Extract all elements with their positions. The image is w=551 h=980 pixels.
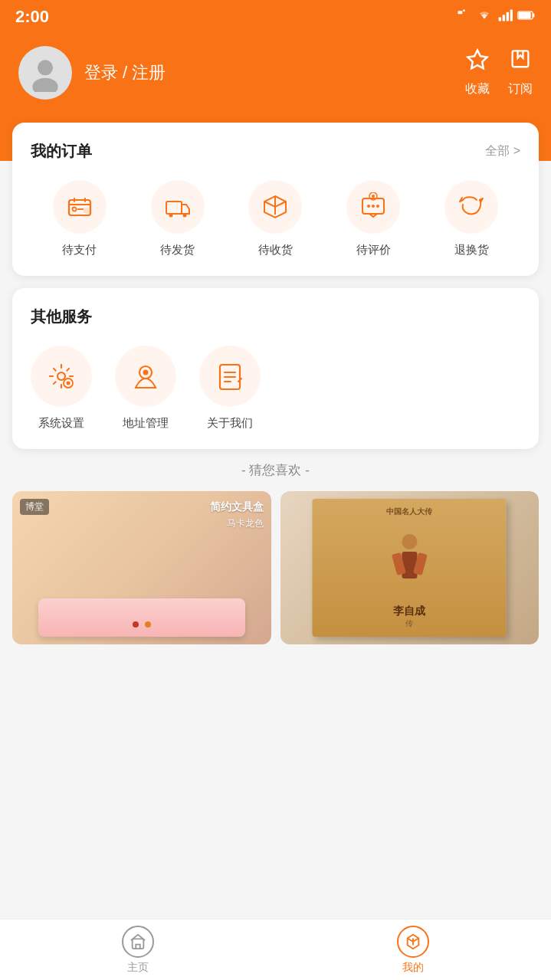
service-item-settings[interactable]: 系统设置 — [31, 346, 92, 431]
order-item-pending-review[interactable]: 待评价 — [346, 180, 400, 257]
signal-icon — [497, 9, 513, 25]
rec-item-book-img: 中国名人大传 李自成 传 — [280, 491, 540, 644]
rec-item-book[interactable]: 中国名人大传 李自成 传 — [280, 491, 540, 644]
pencil-case-name: 简约文具盒马卡龙色 — [210, 499, 264, 531]
svg-point-16 — [169, 214, 172, 218]
favorite-label: 收藏 — [465, 81, 490, 97]
svg-rect-4 — [507, 11, 509, 21]
rec-item-pencil-case-img: 博堂 简约文具盒马卡龙色 — [12, 491, 271, 644]
svg-point-19 — [367, 205, 370, 208]
order-item-return[interactable]: 退换货 — [444, 180, 498, 257]
svg-rect-7 — [519, 12, 531, 18]
subscribe-label: 订阅 — [508, 81, 533, 97]
svg-point-28 — [143, 370, 149, 375]
order-label-pending-receive: 待收货 — [258, 243, 293, 257]
status-bar: 2:00 — [0, 0, 551, 34]
avatar[interactable] — [18, 46, 72, 100]
mine-nav-label: 我的 — [402, 961, 424, 975]
svg-point-26 — [67, 382, 71, 385]
orders-title: 我的订单 — [31, 141, 92, 162]
order-label-pending-ship: 待发货 — [160, 243, 195, 257]
svg-point-22 — [372, 195, 375, 198]
header-actions: 收藏 订阅 — [465, 48, 533, 97]
services-icons-row: 系统设置 地址管理 关于我们 — [31, 346, 520, 431]
recommendations-grid: 博堂 简约文具盒马卡龙色 中国名人大传 — [12, 491, 539, 644]
order-icon-pending-payment-circle — [53, 180, 107, 234]
battery-icon — [517, 9, 536, 25]
book-title-display: 李自成 — [393, 605, 425, 618]
order-item-pending-ship[interactable]: 待发货 — [151, 180, 205, 257]
nav-item-mine[interactable]: 我的 — [276, 926, 552, 975]
svg-rect-3 — [503, 15, 505, 21]
nav-item-home[interactable]: 主页 — [0, 926, 276, 975]
svg-marker-11 — [468, 51, 487, 69]
svg-point-20 — [372, 205, 375, 208]
mine-nav-icon — [397, 926, 429, 958]
svg-point-17 — [182, 214, 186, 218]
settings-icon-circle — [31, 346, 92, 407]
address-label: 地址管理 — [123, 416, 169, 431]
orders-card-header: 我的订单 全部 > — [31, 141, 520, 162]
favorite-action[interactable]: 收藏 — [465, 48, 490, 97]
order-item-pending-receive[interactable]: 待收货 — [248, 180, 302, 257]
about-icon-circle — [199, 346, 261, 407]
book-series: 中国名人大传 — [386, 506, 432, 517]
orders-more-button[interactable]: 全部 > — [485, 143, 520, 159]
order-icon-pending-receive-circle — [248, 180, 302, 234]
svg-rect-1 — [463, 9, 465, 11]
wifi-icon — [476, 9, 493, 25]
svg-rect-2 — [499, 17, 501, 21]
store-label: 博堂 — [20, 499, 49, 515]
subscribe-action[interactable]: 订阅 — [508, 48, 533, 97]
svg-rect-31 — [402, 552, 417, 578]
svg-point-9 — [38, 60, 53, 75]
bottom-nav: 主页 我的 — [0, 919, 551, 980]
pencil-case-deco — [133, 621, 151, 628]
order-item-pending-payment[interactable]: 待支付 — [53, 180, 107, 257]
status-icons — [456, 8, 536, 27]
orders-card: 我的订单 全部 > 待支付 — [12, 123, 539, 276]
recommendations-section: - 猜您喜欢 - 博堂 简约文具盒马卡龙色 — [0, 461, 551, 721]
book-cover: 中国名人大传 李自成 传 — [313, 499, 507, 637]
svg-point-10 — [32, 78, 57, 92]
favorite-icon — [466, 48, 489, 77]
svg-point-14 — [84, 208, 90, 214]
recommendations-title: - 猜您喜欢 - — [12, 461, 539, 479]
order-label-return: 退换货 — [454, 243, 489, 257]
services-card: 其他服务 系统设置 — [12, 288, 539, 449]
login-register-text[interactable]: 登录 / 注册 — [84, 61, 166, 84]
settings-label: 系统设置 — [38, 416, 84, 431]
order-items-row: 待支付 待发货 待收货 — [31, 180, 520, 257]
about-label: 关于我们 — [207, 416, 253, 431]
order-icon-pending-review-circle — [346, 180, 400, 234]
order-label-pending-payment: 待支付 — [62, 243, 97, 257]
notification-icon — [456, 8, 471, 27]
order-icon-return-circle — [444, 180, 498, 234]
service-item-about[interactable]: 关于我们 — [199, 346, 261, 431]
svg-rect-15 — [166, 202, 182, 214]
home-nav-icon — [122, 926, 154, 958]
svg-point-24 — [57, 372, 65, 380]
service-item-address[interactable]: 地址管理 — [115, 346, 176, 431]
svg-point-13 — [72, 208, 76, 211]
svg-point-30 — [402, 534, 417, 549]
order-label-pending-review: 待评价 — [356, 243, 391, 257]
pencil-case-shape — [38, 598, 245, 637]
book-illustration — [390, 520, 428, 601]
svg-rect-0 — [458, 11, 463, 14]
subscribe-icon — [510, 48, 531, 77]
address-icon-circle — [115, 346, 176, 407]
svg-point-21 — [376, 205, 379, 208]
svg-rect-5 — [510, 9, 513, 21]
order-icon-pending-ship-circle — [151, 180, 205, 234]
services-title: 其他服务 — [31, 306, 520, 327]
home-nav-label: 主页 — [127, 961, 149, 975]
svg-rect-8 — [533, 13, 534, 17]
rec-item-pencil-case[interactable]: 博堂 简约文具盒马卡龙色 — [12, 491, 271, 644]
header-left: 登录 / 注册 — [18, 46, 166, 100]
status-time: 2:00 — [15, 7, 49, 27]
book-tag: 传 — [405, 618, 413, 629]
